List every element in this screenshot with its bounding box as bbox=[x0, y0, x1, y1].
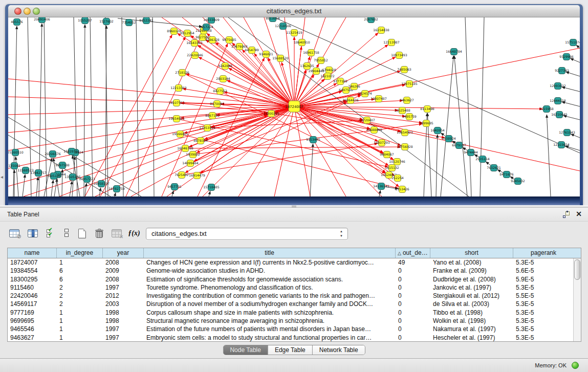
table-row[interactable]: 969969511998Structural magnetic resonanc… bbox=[8, 317, 581, 325]
table-row[interactable]: 977716911998Corpus callosum shape and si… bbox=[8, 309, 581, 317]
tab-network-table[interactable]: Network Table bbox=[313, 345, 365, 355]
graph-node-selected[interactable]: 9463627 bbox=[400, 97, 414, 104]
table-row[interactable]: 946554611997Estimation of the future num… bbox=[8, 325, 581, 333]
edge[interactable] bbox=[562, 87, 580, 92]
graph-node-selected[interactable]: 9875685 bbox=[222, 37, 236, 43]
graph-node-selected[interactable]: 16914479 bbox=[189, 172, 205, 179]
graph-node[interactable]: 9227343 bbox=[555, 68, 569, 74]
graph-node[interactable]: 6679197 bbox=[452, 142, 466, 149]
graph-node-selected[interactable]: 10025488 bbox=[394, 107, 410, 114]
close-window-button[interactable] bbox=[14, 8, 21, 15]
graph-node-selected[interactable]: 9777169 bbox=[333, 78, 347, 85]
float-panel-icon[interactable] bbox=[563, 211, 570, 218]
tab-edge-table[interactable]: Edge Table bbox=[268, 345, 313, 355]
graph-node-selected[interactable]: 16543382 bbox=[186, 40, 203, 47]
zoom-window-button[interactable] bbox=[33, 8, 40, 15]
graph-node-selected[interactable]: 14099484 bbox=[182, 160, 199, 167]
graph-node-selected[interactable]: 9146821 bbox=[259, 51, 273, 58]
graph-node-selected[interactable]: 8113498 bbox=[420, 106, 434, 113]
table-options-button[interactable]: ⚙ bbox=[7, 226, 21, 240]
function-builder-button[interactable]: ƒ(x) bbox=[127, 226, 141, 240]
edge-selected[interactable] bbox=[185, 147, 401, 148]
graph-node-selected[interactable]: 1939822 bbox=[186, 151, 200, 158]
graph-node[interactable]: 12093832 bbox=[550, 83, 566, 90]
graph-node[interactable]: 2087682 bbox=[364, 17, 378, 23]
show-column-button[interactable] bbox=[26, 226, 40, 240]
edge-selected[interactable] bbox=[198, 45, 294, 106]
network-canvas[interactable]: 1872400718300295271812612213383161075531… bbox=[8, 17, 580, 196]
graph-node-selected[interactable]: 8912954 bbox=[180, 30, 194, 37]
edge[interactable] bbox=[115, 193, 116, 196]
tab-node-table[interactable]: Node Table bbox=[223, 345, 268, 355]
column-header-pagerank[interactable]: pagerank bbox=[513, 248, 574, 258]
graph-node[interactable]: 16648784 bbox=[446, 49, 462, 55]
graph-node[interactable]: 16033809 bbox=[203, 17, 220, 24]
graph-node[interactable]: 1527602 bbox=[99, 18, 114, 25]
graph-node[interactable]: 16782759 bbox=[108, 186, 125, 192]
graph-node-selected[interactable]: 18807293 bbox=[374, 140, 390, 146]
table-row[interactable]: 911546021997Tourette syndrome. Phenomeno… bbox=[8, 283, 581, 292]
memory-status-indicator[interactable] bbox=[572, 362, 579, 369]
select-columns-button[interactable]: ✔✔ bbox=[44, 226, 58, 240]
edge-selected[interactable] bbox=[223, 79, 383, 153]
graph-node[interactable]: 5905135 bbox=[47, 173, 61, 180]
edge[interactable] bbox=[136, 17, 139, 196]
create-column-button[interactable] bbox=[75, 226, 89, 240]
edge-selected[interactable] bbox=[223, 17, 294, 106]
graph-node-selected[interactable]: 18640910 bbox=[294, 39, 310, 46]
graph-node-selected[interactable]: 8878334 bbox=[193, 138, 208, 144]
edge[interactable] bbox=[563, 116, 580, 120]
graph-node-selected[interactable]: 10120746 bbox=[389, 159, 405, 165]
graph-node-selected[interactable]: 1362635 bbox=[300, 63, 314, 70]
edge[interactable] bbox=[122, 17, 123, 196]
graph-node[interactable]: 7354012 bbox=[122, 19, 136, 26]
graph-node[interactable]: 9297588 bbox=[55, 162, 70, 169]
graph-node[interactable]: 12444158 bbox=[550, 98, 566, 104]
graph-node-selected[interactable]: 8454749 bbox=[245, 47, 259, 54]
close-panel-icon[interactable]: ✕ bbox=[576, 210, 582, 218]
graph-node-selected[interactable]: 7625402 bbox=[175, 172, 189, 179]
edge[interactable] bbox=[571, 134, 580, 138]
edge[interactable] bbox=[36, 177, 38, 196]
edge-selected[interactable] bbox=[294, 47, 301, 106]
graph-node[interactable]: 9474444 bbox=[464, 149, 478, 156]
graph-node-selected[interactable]: 19654923 bbox=[397, 129, 413, 136]
graph-node-selected[interactable]: 252254 bbox=[391, 175, 404, 182]
edge[interactable] bbox=[172, 191, 173, 196]
graph-node-selected[interactable]: 3024574 bbox=[358, 91, 372, 97]
table-selector-dropdown[interactable]: citations_edges.txt ▲▼ bbox=[146, 228, 348, 240]
edge[interactable] bbox=[436, 135, 438, 196]
graph-node-selected[interactable]: 12353594 bbox=[199, 125, 215, 132]
graph-node-selected[interactable]: 20364436 bbox=[342, 97, 359, 104]
edge[interactable] bbox=[441, 56, 453, 196]
graph-node-selected[interactable]: 10688809 bbox=[366, 127, 382, 134]
edge[interactable] bbox=[454, 56, 467, 196]
graph-node[interactable]: 2935114 bbox=[475, 156, 490, 163]
graph-node-selected[interactable]: 12213383 bbox=[170, 85, 187, 92]
edge-selected[interactable] bbox=[8, 106, 294, 168]
edge[interactable] bbox=[13, 26, 17, 196]
graph-node[interactable]: 8813054 bbox=[266, 17, 280, 22]
edge[interactable] bbox=[99, 188, 101, 196]
graph-node[interactable]: 8471676 bbox=[499, 171, 514, 178]
edge[interactable] bbox=[23, 174, 25, 196]
edge[interactable] bbox=[310, 144, 313, 196]
graph-node[interactable]: 15718485 bbox=[203, 184, 220, 191]
graph-node[interactable]: 405576 bbox=[11, 19, 23, 26]
graph-node-selected[interactable]: 16046788 bbox=[177, 145, 193, 152]
graph-node[interactable]: 20691406 bbox=[34, 17, 50, 23]
graph-node[interactable]: 9457791 bbox=[167, 184, 182, 190]
table-row[interactable]: 1938455462009Genome-wide association stu… bbox=[8, 267, 581, 275]
graph-node-selected[interactable]: 1615132 bbox=[385, 165, 399, 171]
table-row[interactable]: 1872400712008Changes of HCN gene express… bbox=[8, 258, 581, 267]
edge[interactable] bbox=[84, 25, 85, 196]
column-header-year[interactable]: year bbox=[103, 248, 144, 258]
edge-selected[interactable] bbox=[211, 106, 294, 127]
graph-node[interactable]: 8938924 bbox=[442, 136, 456, 142]
graph-node[interactable]: 9153445 bbox=[306, 137, 320, 143]
graph-node[interactable]: 20206576 bbox=[45, 151, 61, 158]
graph-node-selected[interactable]: 22420046 bbox=[187, 52, 203, 59]
graph-node-selected[interactable]: 9684067 bbox=[380, 151, 394, 158]
edge[interactable] bbox=[51, 180, 53, 196]
row-options-button[interactable] bbox=[59, 226, 74, 240]
